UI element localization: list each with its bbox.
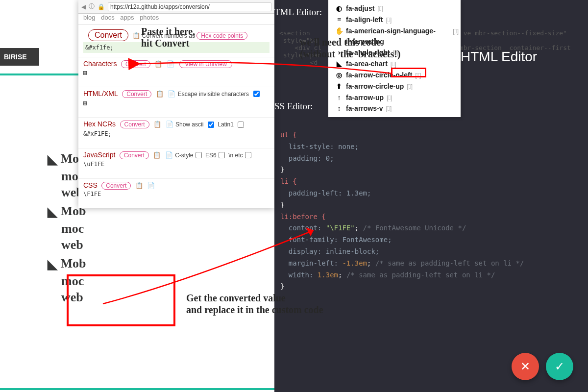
annotation-arrows [0, 0, 588, 392]
